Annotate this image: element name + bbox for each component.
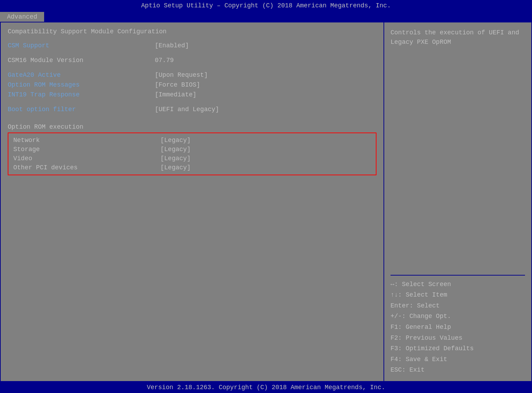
- setting-row-gatea20: GateA20 Active [Upon Request]: [8, 72, 376, 79]
- setting-row-option-rom-msg: Option ROM Messages [Force BIOS]: [8, 81, 376, 88]
- setting-label-gatea20: GateA20 Active: [8, 72, 155, 79]
- setting-value-csm16: 07.79: [155, 57, 174, 64]
- rom-value-storage: [Legacy]: [160, 146, 191, 153]
- key-change-opt: +/-: Change Opt.: [391, 311, 525, 322]
- right-panel: Controls the execution of UEFI and Legac…: [384, 22, 531, 381]
- key-f2: F2: Previous Values: [391, 333, 525, 344]
- rom-label-video: Video: [13, 155, 160, 162]
- key-f4: F4: Save & Exit: [391, 354, 525, 365]
- main-content: Compatibility Support Module Configurati…: [0, 22, 532, 382]
- rom-row-other-pci: Other PCI devices [Legacy]: [13, 164, 371, 171]
- key-select-item: ↑↓: Select Item: [391, 290, 525, 300]
- setting-label-csm16: CSM16 Module Version: [8, 57, 155, 64]
- rom-label-storage: Storage: [13, 146, 160, 153]
- key-select-screen: ↔: Select Screen: [391, 279, 525, 290]
- title-bar: Aptio Setup Utility – Copyright (C) 2018…: [0, 0, 532, 11]
- setting-label-boot-filter: Boot option filter: [8, 106, 155, 113]
- title-text: Aptio Setup Utility – Copyright (C) 2018…: [141, 2, 391, 9]
- key-enter-select: Enter: Select: [391, 300, 525, 311]
- rom-value-video: [Legacy]: [160, 155, 191, 162]
- right-divider: [391, 275, 525, 276]
- key-f3: F3: Optimized Defaults: [391, 343, 525, 354]
- tab-advanced[interactable]: Advanced: [0, 12, 44, 22]
- setting-value-boot-filter: [UEFI and Legacy]: [155, 106, 219, 113]
- rom-execution-section: Option ROM execution Network [Legacy] St…: [8, 123, 376, 175]
- help-text: Controls the execution of UEFI and Legac…: [391, 28, 525, 47]
- setting-value-gatea20: [Upon Request]: [155, 72, 208, 79]
- setting-row-int19: INT19 Trap Response [Immediate]: [8, 91, 376, 98]
- rom-value-network: [Legacy]: [160, 137, 191, 144]
- bios-screen: Aptio Setup Utility – Copyright (C) 2018…: [0, 0, 532, 393]
- setting-value-int19: [Immediate]: [155, 91, 196, 98]
- rom-row-video: Video [Legacy]: [13, 155, 371, 162]
- setting-label-csm-support: CSM Support: [8, 42, 155, 49]
- setting-row-csm-support: CSM Support [Enabled]: [8, 42, 376, 49]
- setting-label-option-rom-msg: Option ROM Messages: [8, 81, 155, 88]
- key-help: ↔: Select Screen ↑↓: Select Item Enter: …: [391, 279, 525, 375]
- rom-label-other-pci: Other PCI devices: [13, 164, 160, 171]
- bottom-bar: Version 2.18.1263. Copyright (C) 2018 Am…: [0, 382, 532, 393]
- rom-value-other-pci: [Legacy]: [160, 164, 191, 171]
- key-f1: F1: General Help: [391, 322, 525, 333]
- rom-label-network: Network: [13, 137, 160, 144]
- rom-execution-box: Network [Legacy] Storage [Legacy] Video …: [8, 133, 376, 175]
- section-title: Compatibility Support Module Configurati…: [8, 28, 376, 35]
- setting-value-option-rom-msg: [Force BIOS]: [155, 81, 200, 88]
- setting-value-csm-support: [Enabled]: [155, 42, 189, 49]
- version-text: Version 2.18.1263. Copyright (C) 2018 Am…: [147, 384, 385, 391]
- rom-execution-label: Option ROM execution: [8, 123, 376, 130]
- rom-row-network: Network [Legacy]: [13, 137, 371, 144]
- tab-row: Advanced: [0, 11, 532, 22]
- key-esc: ESC: Exit: [391, 365, 525, 375]
- setting-row-csm16: CSM16 Module Version 07.79: [8, 57, 376, 64]
- setting-row-boot-filter: Boot option filter [UEFI and Legacy]: [8, 106, 376, 113]
- left-panel: Compatibility Support Module Configurati…: [1, 22, 384, 381]
- rom-row-storage: Storage [Legacy]: [13, 146, 371, 153]
- setting-label-int19: INT19 Trap Response: [8, 91, 155, 98]
